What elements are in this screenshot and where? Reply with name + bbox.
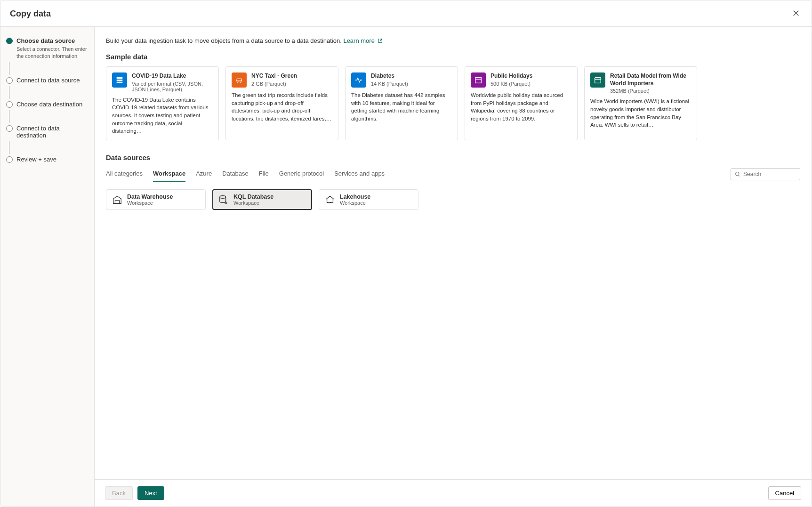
card-title: COVID-19 Data Lake <box>132 72 213 80</box>
card-desc: The green taxi trip records include fiel… <box>232 91 332 123</box>
external-link-icon <box>378 38 383 43</box>
step-label: Connect to data source <box>16 77 80 84</box>
search-icon <box>735 171 740 177</box>
step-review-save[interactable]: Review + save <box>6 156 88 163</box>
svg-point-2 <box>220 196 226 199</box>
sample-card-diabetes[interactable]: Diabetes 14 KB (Parquet) The Diabetes da… <box>345 66 458 140</box>
next-button[interactable]: Next <box>137 486 164 500</box>
sample-card-covid[interactable]: COVID-19 Data Lake Varied per format (CS… <box>106 66 219 140</box>
learn-more-label: Learn more <box>343 37 374 44</box>
card-meta: Varied per format (CSV, JSON, JSON Lines… <box>132 81 213 92</box>
ds-title: KQL Database <box>233 193 273 200</box>
card-title: Diabetes <box>371 72 408 80</box>
card-title: Public Holidays <box>490 72 532 80</box>
ds-sub: Workspace <box>233 200 273 206</box>
close-icon <box>793 10 799 16</box>
dialog-header: Copy data <box>0 0 812 27</box>
tab-azure[interactable]: Azure <box>196 167 212 182</box>
ds-card-kql-database[interactable]: KQL Database Workspace <box>212 189 312 210</box>
data-lake-icon <box>112 72 127 88</box>
learn-more-link[interactable]: Learn more <box>343 37 382 44</box>
back-button[interactable]: Back <box>105 486 133 500</box>
step-marker-icon <box>6 101 13 108</box>
step-marker-icon <box>6 156 13 163</box>
step-choose-data-source[interactable]: Choose data source Select a connector. T… <box>6 37 88 60</box>
search-box[interactable] <box>731 168 800 180</box>
close-button[interactable] <box>790 7 802 21</box>
database-icon <box>218 194 229 205</box>
tab-generic-protocol[interactable]: Generic protocol <box>279 167 324 182</box>
lakehouse-icon <box>325 194 335 205</box>
main-panel: Build your data ingestion task to move o… <box>95 27 812 507</box>
step-connect-to-data-source[interactable]: Connect to data source <box>6 77 88 84</box>
sample-card-public-holidays[interactable]: Public Holidays 500 KB (Parquet) Worldwi… <box>465 66 578 140</box>
ds-sub: Workspace <box>340 200 370 206</box>
sample-data-grid: COVID-19 Data Lake Varied per format (CS… <box>106 66 800 140</box>
step-label: Choose data source <box>16 37 88 44</box>
ds-title: Lakehouse <box>340 193 370 200</box>
wizard-sidebar: Choose data source Select a connector. T… <box>0 27 95 507</box>
ds-card-lakehouse[interactable]: Lakehouse Workspace <box>319 189 418 210</box>
step-label: Review + save <box>16 156 56 163</box>
dialog-title: Copy data <box>10 9 51 19</box>
step-marker-icon <box>6 125 13 132</box>
step-marker-icon <box>6 77 13 84</box>
step-connector <box>9 141 9 154</box>
car-icon <box>232 72 247 88</box>
cancel-button[interactable]: Cancel <box>768 486 801 500</box>
card-title: Retail Data Model from Wide World Import… <box>610 72 691 87</box>
tab-services-and-apps[interactable]: Services and apps <box>334 167 385 182</box>
pulse-icon <box>351 72 366 88</box>
warehouse-icon <box>112 194 122 205</box>
card-title: NYC Taxi - Green <box>251 72 297 80</box>
tab-file[interactable]: File <box>259 167 269 182</box>
data-sources-heading: Data sources <box>106 153 800 161</box>
tabs-row: All categories Workspace Azure Database … <box>106 167 800 182</box>
step-connector <box>9 62 9 75</box>
sample-card-retail-wwi[interactable]: Retail Data Model from Wide World Import… <box>584 66 697 140</box>
card-desc: Worldwide public holiday data sourced fr… <box>471 91 571 123</box>
store-icon <box>590 72 605 88</box>
calendar-icon <box>471 72 486 88</box>
svg-rect-0 <box>475 78 482 83</box>
step-marker-icon <box>6 38 13 44</box>
dialog-footer: Back Next Cancel <box>95 479 812 507</box>
copy-data-dialog: Copy data Choose data source Select a co… <box>0 0 812 507</box>
ds-title: Data Warehouse <box>127 193 173 200</box>
card-desc: Wide World Importers (WWI) is a fictiona… <box>590 97 691 129</box>
intro-text: Build your data ingestion task to move o… <box>106 37 800 44</box>
data-source-grid: Data Warehouse Workspace KQL Database Wo… <box>106 189 800 210</box>
content-area: Build your data ingestion task to move o… <box>95 27 812 479</box>
svg-point-1 <box>736 172 740 176</box>
card-meta: 2 GB (Parquet) <box>251 81 297 87</box>
step-choose-data-destination[interactable]: Choose data destination <box>6 101 88 108</box>
step-label: Connect to data destination <box>16 125 88 139</box>
sample-data-heading: Sample data <box>106 53 800 61</box>
sample-card-nyc-taxi[interactable]: NYC Taxi - Green 2 GB (Parquet) The gree… <box>225 66 338 140</box>
tab-all-categories[interactable]: All categories <box>106 167 143 182</box>
dialog-body: Choose data source Select a connector. T… <box>0 27 812 507</box>
card-desc: The COVID-19 Data Lake contains COVID-19… <box>112 96 213 135</box>
step-connect-to-data-destination[interactable]: Connect to data destination <box>6 125 88 139</box>
ds-card-data-warehouse[interactable]: Data Warehouse Workspace <box>106 189 206 210</box>
tab-database[interactable]: Database <box>222 167 249 182</box>
search-input[interactable] <box>743 171 796 177</box>
step-connector <box>9 86 9 99</box>
step-sublabel: Select a connector. Then enter the conne… <box>16 46 88 60</box>
card-meta: 14 KB (Parquet) <box>371 81 408 87</box>
category-tabs: All categories Workspace Azure Database … <box>106 167 385 182</box>
step-connector <box>9 110 9 123</box>
tab-workspace[interactable]: Workspace <box>153 167 185 182</box>
intro-body: Build your data ingestion task to move o… <box>106 37 343 44</box>
ds-sub: Workspace <box>127 200 173 206</box>
card-meta: 500 KB (Parquet) <box>490 81 532 87</box>
card-meta: 352MB (Parquet) <box>610 88 691 94</box>
step-label: Choose data destination <box>16 101 82 108</box>
card-desc: The Diabetes dataset has 442 samples wit… <box>351 91 452 123</box>
